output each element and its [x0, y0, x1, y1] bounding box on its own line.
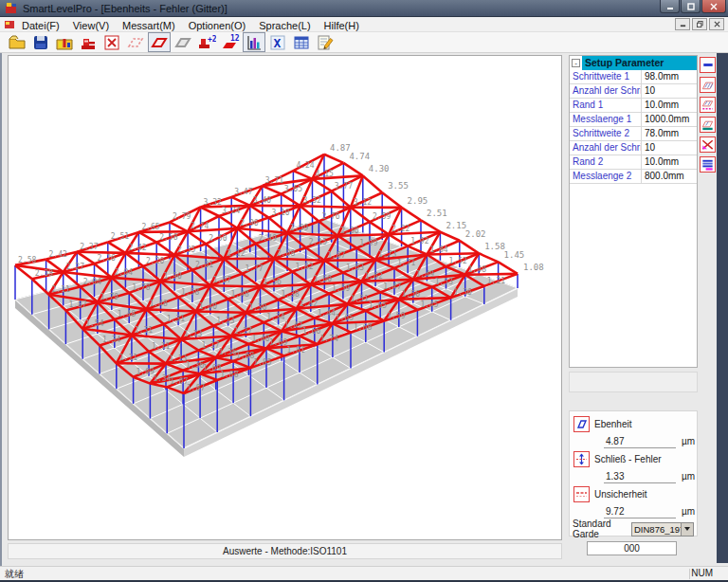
menu-item-view[interactable]: View(V): [66, 20, 116, 31]
setup-row[interactable]: Schrittweite 278.0mm: [570, 127, 697, 141]
node-value-label: 1.36: [454, 288, 472, 297]
setup-row[interactable]: Messlaenge 11000.0mm: [570, 113, 697, 127]
setup-row[interactable]: Rand 110.0mm: [570, 99, 697, 113]
ebenheit-value: 4.87: [606, 436, 624, 446]
right-toolbar: [699, 53, 717, 563]
menu-item-datei[interactable]: Datei(F): [15, 20, 66, 31]
node-value-label: 2.51: [111, 232, 129, 241]
node-value-label: 2.37: [80, 243, 98, 251]
node-value-label: 1.31: [135, 326, 153, 335]
mdi-restore-button[interactable]: [692, 18, 707, 30]
code-field[interactable]: 000: [587, 541, 677, 555]
bar-chart-button[interactable]: [243, 32, 265, 52]
node-value-label: 1.88: [220, 371, 238, 379]
node-value-label: 1.87: [187, 384, 205, 392]
node-value-label: 1.85: [253, 358, 271, 367]
node-value-label: 2.35: [177, 246, 195, 254]
node-value-label: 1.79: [100, 293, 118, 301]
surface-hatch-button[interactable]: [700, 77, 716, 93]
flatness-icon: [150, 33, 169, 52]
node-value-label: 1.56: [264, 278, 282, 286]
node-value-label: 1.40: [199, 302, 217, 311]
node-value-label: 1.78: [132, 283, 150, 292]
setup-row[interactable]: Anzahl der Schritte 210: [570, 141, 697, 155]
node-value-label: 2.12: [227, 249, 245, 258]
node-value-label: 1.69: [203, 364, 221, 373]
node-value-label: 3.10: [271, 209, 289, 217]
surface-hatch-dashed-button[interactable]: [700, 97, 716, 113]
node-value-label: 2.79: [173, 212, 191, 221]
edit-report-button[interactable]: [314, 32, 337, 52]
setup-row-value: 98.0mm: [642, 70, 697, 83]
schliess-fehler-field[interactable]: [604, 482, 676, 483]
node-value-label: 1.59: [332, 284, 350, 293]
node-value-label: 1.66: [302, 327, 320, 336]
node-value-label: 1.11: [152, 342, 170, 351]
node-value-label: 1.77: [245, 264, 263, 273]
level-line-button[interactable]: [700, 57, 716, 73]
open-file-button[interactable]: [6, 32, 28, 52]
plot-panel[interactable]: 4.874.744.303.552.952.512.152.021.581.45…: [8, 55, 562, 540]
minimize-button[interactable]: [660, 0, 680, 13]
node-value-label: 2.74: [191, 222, 209, 230]
node-value-label: 1.23: [216, 317, 234, 325]
collapse-expander[interactable]: -: [572, 59, 580, 67]
node-value-label: 4.15: [316, 170, 334, 178]
node-value-label: 1.74: [320, 335, 338, 343]
dropdown-button[interactable]: [681, 523, 693, 536]
node-value-label: 3.32: [303, 196, 321, 205]
node-value-label: 1.34: [102, 336, 120, 344]
mdi-close-button[interactable]: [709, 18, 724, 30]
flatness-12-button[interactable]: 12: [219, 32, 242, 52]
node-value-label: 1.13: [169, 355, 187, 363]
surface-teal-button[interactable]: [700, 117, 716, 133]
excel-export-icon: X: [268, 33, 287, 52]
node-value-label: 1.68: [354, 323, 372, 332]
maximize-button[interactable]: [681, 0, 701, 13]
node-value-label: 1.65: [336, 314, 354, 322]
close-button[interactable]: [701, 0, 726, 13]
node-value-label: 1.67: [170, 377, 188, 386]
node-value-label: 3.40: [253, 196, 271, 205]
menu-item-messart[interactable]: Messart(M): [116, 20, 182, 31]
measure-device-button[interactable]: [77, 32, 100, 52]
setup-row[interactable]: Rand 210.0mm: [570, 155, 697, 170]
flatness-metric-icon: [573, 416, 590, 432]
standard-garde-dropdown[interactable]: DIN876_1972: [631, 522, 694, 537]
setup-row[interactable]: Schrittweite 198.0mm: [570, 70, 697, 84]
lines-stack-button[interactable]: [700, 156, 716, 173]
mdi-minimize-button[interactable]: [675, 18, 690, 30]
save-file-icon: [31, 33, 50, 52]
node-value-label: 1.36: [186, 361, 204, 370]
measure-plus2-button[interactable]: +2: [195, 32, 218, 52]
node-value-label: 1.67: [213, 276, 231, 284]
node-value-label: 2.50: [209, 234, 227, 243]
setup-row[interactable]: Messlaenge 2800.0mm: [570, 170, 697, 184]
node-value-label: 1.90: [164, 272, 182, 281]
separator-band: [569, 372, 698, 392]
evaluation-method-label: Auswerte - Methode:ISO1101: [223, 546, 347, 556]
document-icon: [4, 19, 15, 30]
setup-row[interactable]: Anzahl der Schritte 110: [570, 84, 697, 99]
cross-magenta-button[interactable]: [700, 136, 716, 153]
node-value-label: 4.74: [349, 152, 370, 161]
node-value-label: 2.08: [277, 249, 295, 258]
window-title: SmartLevelPro - [Ebenheits - Fehler (Git…: [23, 3, 228, 14]
node-value-label: 1.34: [266, 313, 284, 321]
menu-item-optionen[interactable]: Optionen(O): [182, 20, 253, 31]
menu-item-hilfe[interactable]: Hilfe(H): [318, 20, 366, 31]
setup-row-value: 78.0mm: [642, 127, 697, 140]
node-value-label: 2.01: [195, 261, 213, 269]
report-folder-button[interactable]: [53, 32, 76, 52]
save-file-button[interactable]: [29, 32, 52, 52]
flatness-12-icon: 12: [221, 33, 240, 52]
menu-item-sprache[interactable]: Sprache(L): [252, 20, 317, 31]
flatness-button[interactable]: [148, 32, 171, 52]
data-table-button[interactable]: [290, 32, 313, 52]
ebenheit-field[interactable]: [604, 447, 676, 448]
data-table-icon: [292, 33, 311, 52]
node-value-label: 2.95: [408, 196, 428, 206]
close-measurement-button[interactable]: [100, 32, 123, 52]
excel-export-button[interactable]: X: [266, 32, 289, 52]
setup-row-label: Anzahl der Schritte 1: [570, 84, 642, 98]
